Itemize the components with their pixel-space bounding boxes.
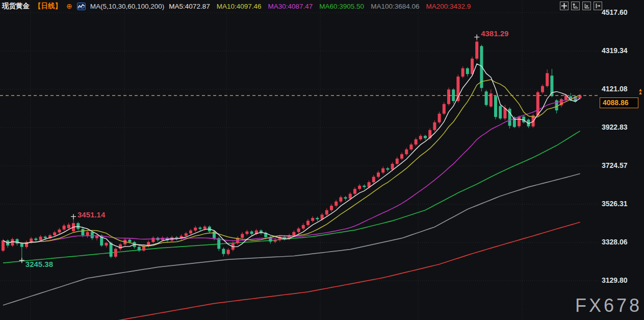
price-scale-icon[interactable] [571, 2, 580, 10]
last-price-value: 4088.86 [603, 99, 629, 107]
price-annotation: 3451.14 [78, 210, 106, 219]
axis-price-label: 3526.31 [602, 200, 628, 208]
axis-price-label: 4319.34 [602, 46, 628, 55]
time-scale-icon[interactable] [582, 2, 591, 10]
line-chart-logo-icon[interactable] [77, 3, 86, 10]
ma-value: MA10:4097.46 [217, 3, 262, 10]
last-price-tag: 4088.86 [600, 97, 638, 108]
price-annotation: 3245.38 [25, 260, 53, 268]
ma-line-MA10 [3, 80, 580, 247]
price-annotation: 4381.29 [481, 29, 508, 38]
ma-line-MA60 [3, 131, 580, 263]
watermark: FX678 [575, 295, 642, 316]
chart-header: 现货黄金 【日线】 ⊕ MA(5,10,30,60,100,200) MA5:4… [2, 2, 471, 11]
ma-line-MA30 [3, 97, 580, 243]
ma-value: MA200:3432.9 [426, 3, 471, 10]
ma-value: MA60:3905.50 [319, 3, 364, 10]
ma-line-MA200 [116, 222, 580, 320]
chart-toolbar [560, 2, 602, 10]
ma-values-list: MA5:4072.87MA10:4097.46MA30:4087.47MA60:… [169, 3, 471, 10]
extreme-cross-marker [474, 35, 479, 40]
ma-line-MA5 [3, 64, 580, 248]
chart-window: 3245.383451.144381.29 现货黄金 【日线】 ⊕ MA(5,1… [0, 0, 644, 320]
axis-price-label: 3724.57 [602, 161, 628, 169]
ma-value: MA5:4072.87 [169, 3, 210, 10]
price-axis[interactable]: 4517.604319.344121.083922.833724.573526.… [602, 0, 644, 320]
timeframe-label[interactable]: 【日线】 [34, 2, 62, 11]
axis-price-label: 4121.08 [602, 85, 628, 93]
ma-value: MA30:4087.47 [268, 3, 313, 10]
extreme-cross-marker [19, 258, 24, 263]
circle-plus-icon[interactable]: ⊕ [66, 3, 72, 10]
candlestick-chart[interactable]: 3245.383451.144381.29 [0, 0, 644, 320]
crosshair-pan-icon[interactable] [560, 2, 569, 10]
axis-price-label: 4517.60 [602, 8, 628, 16]
axis-price-label: 3328.06 [602, 238, 628, 246]
price-up-arrows-icon: ▲▲ [638, 88, 643, 94]
instrument-title: 现货黄金 [2, 2, 30, 11]
extreme-cross-marker [71, 214, 76, 219]
ma-value: MA100:3684.06 [371, 3, 419, 10]
axis-price-label: 3922.83 [602, 123, 628, 131]
ma-line-MA100 [3, 174, 580, 305]
ma-settings-label[interactable]: MA(5,10,30,60,100,200) [90, 3, 165, 10]
axis-price-label: 3129.80 [602, 276, 628, 284]
goto-latest-icon[interactable] [594, 2, 602, 10]
